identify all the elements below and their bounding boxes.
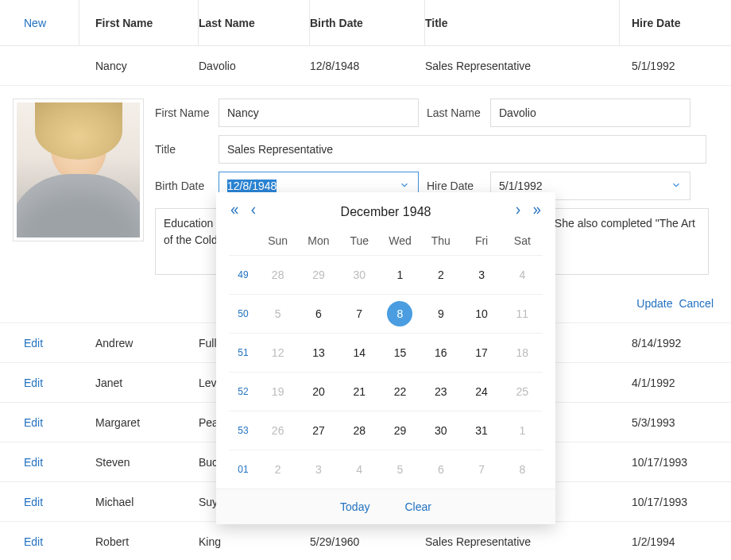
calendar-day[interactable]: 30 [420,424,461,437]
cancel-button[interactable]: Cancel [679,297,714,310]
calendar-day[interactable]: 27 [298,424,338,437]
header-last[interactable]: Last Name [199,0,310,45]
first-name-field[interactable] [219,98,419,127]
calendar-day[interactable]: 3 [461,268,501,281]
calendar-day[interactable]: 7 [339,307,380,320]
header-first[interactable]: First Name [79,0,199,45]
cell-birth: 12/8/1948 [310,60,425,72]
new-button[interactable]: New [24,17,46,29]
calendar-day[interactable]: 10 [461,307,501,320]
table-row: EditRobertKing5/29/1960Sales Representat… [0,522,731,560]
cell-first: Steven [79,456,199,469]
calendar-day[interactable]: 8 [502,463,543,476]
today-button[interactable]: Today [340,500,369,513]
calendar-day[interactable]: 1 [380,268,420,281]
next-year-icon[interactable] [532,203,543,220]
calendar-day[interactable]: 6 [420,463,461,476]
calendar-day[interactable]: 4 [502,268,543,281]
label-first: First Name [155,106,211,119]
prev-year-icon[interactable] [229,203,240,220]
week-number: 53 [229,425,257,436]
week-number: 50 [229,308,257,319]
calendar-day[interactable]: 5 [380,463,420,476]
edit-button[interactable]: Edit [24,337,43,350]
cell-first: Nancy [79,60,199,72]
calendar-day[interactable]: 19 [257,385,298,398]
cell-first: Janet [79,377,199,389]
calendar-day[interactable]: 29 [298,268,338,281]
calendar-day[interactable]: 6 [298,307,338,320]
calendar-day[interactable]: 20 [298,385,338,398]
edit-button[interactable]: Edit [24,535,43,548]
calendar-week: 012345678 [229,450,543,489]
calendar-day[interactable]: 8 [380,301,420,326]
cell-title: Sales Representative [425,535,620,548]
edit-button[interactable]: Edit [24,377,43,389]
cell-hire: 10/17/1993 [620,496,731,508]
calendar-day[interactable]: 2 [420,268,461,281]
calendar-day[interactable]: 31 [461,424,501,437]
edit-button[interactable]: Edit [24,416,43,429]
calendar-day[interactable]: 26 [257,424,298,437]
last-name-field[interactable] [490,98,690,127]
week-number: 01 [229,464,257,475]
week-number: 49 [229,269,257,280]
calendar-dow: SunMon TueWed ThuFri Sat [216,233,555,255]
calendar-day[interactable]: 30 [339,268,380,281]
calendar-day[interactable]: 13 [298,346,338,359]
calendar-day[interactable]: 28 [339,424,380,437]
week-number: 52 [229,386,257,397]
calendar-week: 532627282930311 [229,411,543,450]
calendar-day[interactable]: 21 [339,385,380,398]
calendar-day[interactable]: 17 [461,346,501,359]
cell-hire: 5/1/1992 [620,60,731,72]
edit-button[interactable]: Edit [24,456,43,469]
cell-hire: 4/1/1992 [620,377,731,389]
week-number: 51 [229,347,257,358]
calendar-day[interactable]: 15 [380,346,420,359]
calendar-day[interactable]: 5 [257,307,298,320]
clear-button[interactable]: Clear [404,500,431,513]
calendar-day[interactable]: 7 [461,463,501,476]
cell-hire: 10/17/1993 [620,456,731,469]
calendar-day[interactable]: 4 [339,463,380,476]
calendar-day[interactable]: 2 [257,463,298,476]
edit-button[interactable]: Edit [24,496,43,508]
calendar-day[interactable]: 25 [502,385,543,398]
calendar-day[interactable]: 29 [380,424,420,437]
cell-first: Robert [79,535,199,548]
calendar-day[interactable]: 23 [420,385,461,398]
title-field[interactable] [219,135,706,164]
calendar-day[interactable]: 1 [502,424,543,437]
next-month-icon[interactable] [512,203,524,220]
header-new: New [0,0,79,45]
calendar-day[interactable]: 3 [298,463,338,476]
calendar-week: 5112131415161718 [229,333,543,372]
calendar-day[interactable]: 18 [502,346,543,359]
calendar-day[interactable]: 28 [257,268,298,281]
cell-first: Margaret [79,416,199,429]
cell-last: King [199,535,310,548]
calendar-day[interactable]: 24 [461,385,501,398]
calendar-day[interactable]: 9 [420,307,461,320]
prev-month-icon[interactable] [248,203,259,220]
header-hire[interactable]: Hire Date [620,0,731,45]
calendar-day[interactable]: 12 [257,346,298,359]
header-title[interactable]: Title [425,0,620,45]
avatar [17,102,140,238]
label-last: Last Name [427,106,482,119]
chevron-down-icon[interactable] [671,180,682,193]
chevron-down-icon[interactable] [399,180,410,193]
update-button[interactable]: Update [636,297,672,310]
calendar-title[interactable]: December 1948 [341,205,431,219]
calendar-day[interactable]: 16 [420,346,461,359]
calendar-week: 492829301234 [229,255,543,294]
calendar-day[interactable]: 22 [380,385,420,398]
editing-row-summary: Nancy Davolio 12/8/1948 Sales Representa… [0,46,731,86]
cell-hire: 8/14/1992 [620,337,731,350]
calendar-day[interactable]: 11 [502,307,543,320]
calendar-day[interactable]: 14 [339,346,380,359]
employee-photo [13,98,144,241]
cell-first: Andrew [79,337,199,350]
header-birth[interactable]: Birth Date [310,0,425,45]
